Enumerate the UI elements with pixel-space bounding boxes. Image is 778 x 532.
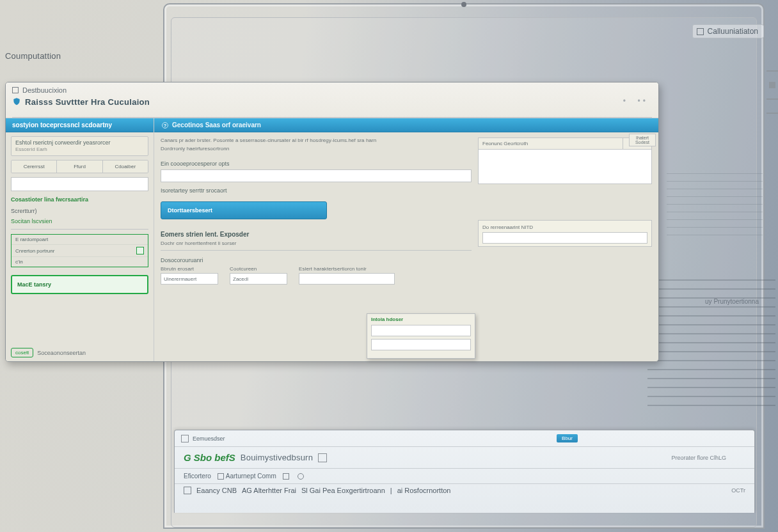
field3-label: Isoretartey serrttr srocaort [161, 187, 472, 194]
webcam-dot [461, 2, 466, 7]
bottombar-foot-row: Eaancy CNB AG Alterhtter Frai Sl Gai Pea… [175, 483, 754, 497]
sidebar-tabs: Cererrsst Ffurd Cdoaiber [11, 160, 148, 173]
col-a-label: Bbrutn erosart [161, 266, 218, 272]
bb-foot-end: OCTr [731, 487, 745, 494]
window-controls[interactable]: • •• [623, 97, 648, 106]
right-head-cell-1: Feonunc Geortcroth [479, 138, 623, 149]
section-label: Dosocorouruanri [161, 257, 472, 263]
sidebar: sostyion toceprcssncl scdoartny Eshtol r… [6, 118, 154, 361]
floating-mini-panel: Intola hdoser [367, 313, 475, 359]
backdrop-label-left: Coumputattion [5, 51, 61, 61]
col-c-label: Eslert haraktertsertiorcn tonlr [299, 266, 395, 272]
col-a-input[interactable] [161, 273, 218, 285]
sidebar-section-label-1: Scrertturr) [11, 208, 148, 214]
bb-low-a[interactable]: Eficortero [184, 473, 211, 480]
list-item-label: Cnrerton portrunr [15, 248, 54, 254]
list-item-label: E rardompoart [15, 237, 48, 242]
list-item-label: c'in [15, 259, 23, 265]
title-line-2: Raisss Suvttter Hra Cuculaion [12, 97, 652, 107]
description-line: Canars pr ader brster. Posomte a seserra… [161, 137, 472, 143]
bottombar-mid-text: Bouimystivedbsurn [241, 453, 313, 462]
shield-icon [12, 97, 21, 107]
bb-foot-d[interactable]: ai Rosfocrnortton [397, 487, 451, 494]
app-icon [12, 87, 19, 93]
bb-foot-a[interactable]: Eaancy CNB [196, 487, 237, 494]
backdrop-badge-right: Calluuniatiaton [692, 24, 764, 38]
bottombar-top-text: Eemuesdser [193, 435, 225, 442]
sidebar-header: sostyion toceprcssncl scdoartny [6, 118, 154, 132]
title-text-2: Raisss Suvttter Hra Cuculaion [25, 97, 150, 107]
bb-foot-b[interactable]: AG Alterhtter Frai [242, 487, 296, 494]
corner-badge: Ihatert Sodest [629, 134, 656, 146]
right-panel-2-field[interactable] [482, 232, 647, 244]
calculation-dialog: Destbuucixion Raisss Suvttter Hra Cucula… [5, 82, 659, 362]
float-panel-field-2[interactable] [371, 339, 471, 350]
sidebar-footer-text: Soceaononseertan [37, 350, 86, 356]
right-large-area[interactable] [478, 150, 652, 184]
checkbox-icon[interactable] [218, 473, 224, 480]
sidebar-section-label-2: Socitan lscvsien [11, 218, 148, 224]
sidebar-list: E rardompoart Cnrerton portrunr c'in [11, 234, 148, 267]
circle-icon [298, 473, 304, 480]
sidebar-tab-2[interactable]: Ffurd [57, 160, 102, 173]
title-line-1: Destbuucixion [12, 86, 652, 94]
dialog-titlebar[interactable]: Destbuucixion Raisss Suvttter Hra Cucula… [6, 82, 658, 118]
sidebar-tab-3[interactable]: Cdoaiber [103, 160, 148, 173]
float-panel-title: Intola hdoser [371, 317, 471, 322]
field1-label: Dordrronly haeirfuresocrtronn [161, 146, 472, 152]
float-panel-field-1[interactable] [371, 325, 471, 336]
three-column-fields: Bbrutn erosart Cootcureen Eslert harakte… [161, 266, 472, 285]
sub-header: Eomers strien lent. Exposder [161, 231, 472, 238]
chip-main: Eshtol rserictnj corweerdir yeasrorcer [15, 139, 144, 146]
decorative-strokes-right [760, 64, 778, 120]
chip-sub: Esscerid Earh [15, 146, 144, 153]
sidebar-tab-1[interactable]: Cererrsst [12, 160, 57, 173]
right-panel-2-label: Do rerreenaarint NITD [482, 224, 647, 230]
col-b-label: Cootcureen [230, 266, 287, 272]
field2-input[interactable] [161, 169, 472, 182]
backdrop-badge-text: Calluuniatiaton [708, 27, 758, 36]
primary-action-button[interactable]: Dtorttaersbesert [161, 201, 327, 219]
sidebar-footer: cosett Soceaononseertan [11, 348, 86, 357]
background-grid-lines [667, 166, 763, 242]
bottombar-logo-text: G Sbo befS [184, 452, 235, 463]
bottom-toolbar-window: Eemuesdser Bbur G Sbo befS Bouimystivedb… [174, 430, 755, 513]
box-icon [283, 473, 289, 480]
bottombar-blue-pill[interactable]: Bbur [557, 434, 578, 442]
bb-low-b[interactable]: Aarturnept Comm [226, 473, 276, 480]
bottombar-mid-right: Preorater flore ClhLG [671, 455, 726, 461]
right-top-group: Ihatert Sodest Feonunc Geortcroth CPE [478, 137, 652, 184]
bottombar-top-row: Eemuesdser Bbur [175, 430, 754, 447]
sidebar-list-item[interactable]: E rardompoart [12, 235, 148, 245]
right-header-row: Feonunc Geortcroth CPE [478, 137, 652, 150]
right-panel-2: Do rerreenaarint NITD [478, 220, 652, 247]
main-header-text: Gecotinos Saas orf oraeivarn [172, 121, 261, 129]
sidebar-list-item[interactable]: Cnrerton portrunr [12, 245, 148, 257]
field2-label: Ein coooeprocesperor opts [161, 160, 472, 167]
square-icon [181, 435, 189, 442]
doc-icon [318, 453, 327, 462]
spreadsheet-icon [136, 247, 144, 254]
sidebar-info-chip: Eshtol rserictnj corweerdir yeasrorcer E… [11, 136, 148, 156]
grid-icon[interactable] [184, 487, 191, 494]
sidebar-list-item[interactable]: c'in [12, 257, 148, 267]
bottombar-mid-row: G Sbo befS Bouimystivedbsurn Preorater f… [175, 447, 754, 469]
calculator-icon [697, 28, 704, 35]
sidebar-green-link[interactable]: Cosastioter lina fwcrsaartira [11, 195, 148, 204]
main-right-column: Ihatert Sodest Feonunc Geortcroth CPE Do… [478, 137, 652, 355]
sidebar-primary-button[interactable]: MacE tansry [11, 275, 148, 294]
title-text-1: Destbuucixion [22, 86, 67, 94]
col-c-input[interactable] [299, 273, 395, 285]
bb-foot-c[interactable]: Sl Gai Pea Eoxgertirtroann [301, 487, 385, 494]
background-horizontal-bars [647, 272, 775, 414]
col-b-input[interactable] [230, 273, 287, 285]
main-header: ? Gecotinos Saas orf oraeivarn [154, 118, 658, 132]
help-icon[interactable]: ? [162, 122, 168, 129]
sub-sub-text: Dochr cnr horerttenfrent li sorser [161, 240, 472, 246]
sidebar-footer-pill[interactable]: cosett [11, 348, 33, 357]
bottombar-low-row: Eficortero Aarturnept Comm [175, 469, 754, 483]
sidebar-search-input[interactable] [11, 177, 148, 191]
